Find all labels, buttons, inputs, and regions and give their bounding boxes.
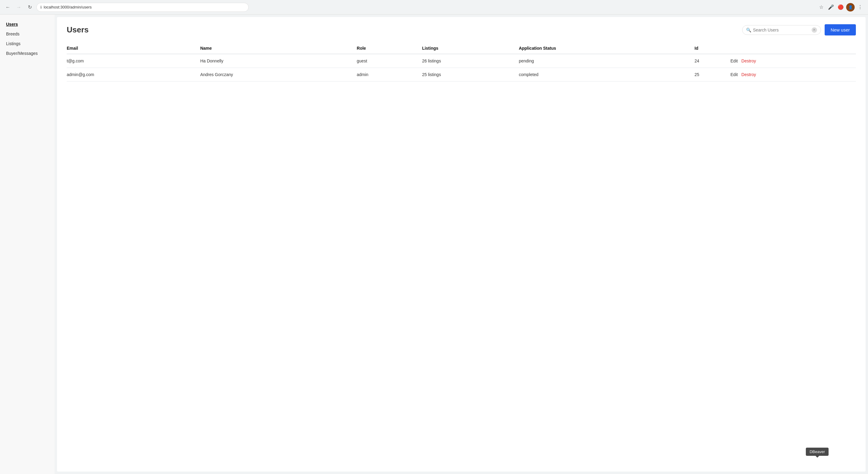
users-table: Email Name Role Listings Application Sta… [67, 43, 856, 81]
browser-actions: ☆ 🎤 🔴 👤 ⋮ [817, 3, 864, 11]
sidebar-item-buyer-messages[interactable]: Buyer/Messages [0, 48, 55, 58]
col-header-id: Id [694, 43, 730, 54]
col-header-name: Name [200, 43, 356, 54]
cell-role: admin [356, 68, 422, 81]
menu-button[interactable]: ⋮ [856, 3, 864, 11]
cell-id: 24 [694, 54, 730, 68]
col-header-email: Email [67, 43, 200, 54]
sidebar-item-breeds[interactable]: Breeds [0, 29, 55, 39]
bookmark-button[interactable]: ☆ [817, 3, 826, 11]
col-header-listings: Listings [422, 43, 519, 54]
search-input[interactable] [753, 28, 810, 32]
back-button[interactable]: ← [4, 3, 12, 11]
cell-email: admin@g.com [67, 68, 200, 81]
app-layout: Users Breeds Listings Buyer/Messages Use… [0, 14, 868, 474]
cell-actions: Edit Destroy [731, 68, 856, 81]
col-header-actions [731, 43, 856, 54]
edit-link[interactable]: Edit [731, 72, 738, 77]
search-container: 🔍 ✕ [742, 25, 821, 35]
new-user-button[interactable]: New user [825, 24, 856, 35]
table-row: t@g.com Ha Donnelly guest 26 listings pe… [67, 54, 856, 68]
cell-listings: 25 listings [422, 68, 519, 81]
cell-actions: Edit Destroy [731, 54, 856, 68]
lock-icon: ℹ [40, 5, 42, 9]
destroy-link[interactable]: Destroy [742, 59, 756, 63]
search-clear-button[interactable]: ✕ [812, 27, 817, 33]
table-row: admin@g.com Andres Gorczany admin 25 lis… [67, 68, 856, 81]
extension-button[interactable]: 🎤 [827, 3, 835, 11]
sidebar: Users Breeds Listings Buyer/Messages [0, 14, 55, 474]
browser-chrome: ← → ↻ ℹ localhost:3000/admin/users ☆ 🎤 🔴… [0, 0, 868, 14]
forward-button[interactable]: → [14, 3, 23, 11]
cell-name: Ha Donnelly [200, 54, 356, 68]
cell-email: t@g.com [67, 54, 200, 68]
cell-name: Andres Gorczany [200, 68, 356, 81]
edit-link[interactable]: Edit [731, 59, 738, 63]
cell-application-status: completed [519, 68, 694, 81]
cell-listings: 26 listings [422, 54, 519, 68]
table-header-row: Email Name Role Listings Application Sta… [67, 43, 856, 54]
cell-application-status: pending [519, 54, 694, 68]
address-bar[interactable]: ℹ localhost:3000/admin/users [36, 3, 249, 12]
reload-button[interactable]: ↻ [26, 3, 34, 11]
sidebar-item-users[interactable]: Users [0, 20, 55, 29]
security-button[interactable]: 🔴 [836, 3, 845, 11]
destroy-link[interactable]: Destroy [742, 72, 756, 77]
search-icon: 🔍 [746, 28, 751, 32]
page-header: Users 🔍 ✕ New user [67, 24, 856, 35]
cell-id: 25 [694, 68, 730, 81]
page-title: Users [67, 25, 742, 35]
sidebar-item-listings[interactable]: Listings [0, 39, 55, 48]
url-text: localhost:3000/admin/users [44, 5, 92, 9]
col-header-application-status: Application Status [519, 43, 694, 54]
profile-button[interactable]: 👤 [846, 3, 855, 11]
main-content: Users 🔍 ✕ New user Email Name Role Listi… [57, 17, 866, 472]
cell-role: guest [356, 54, 422, 68]
col-header-role: Role [356, 43, 422, 54]
